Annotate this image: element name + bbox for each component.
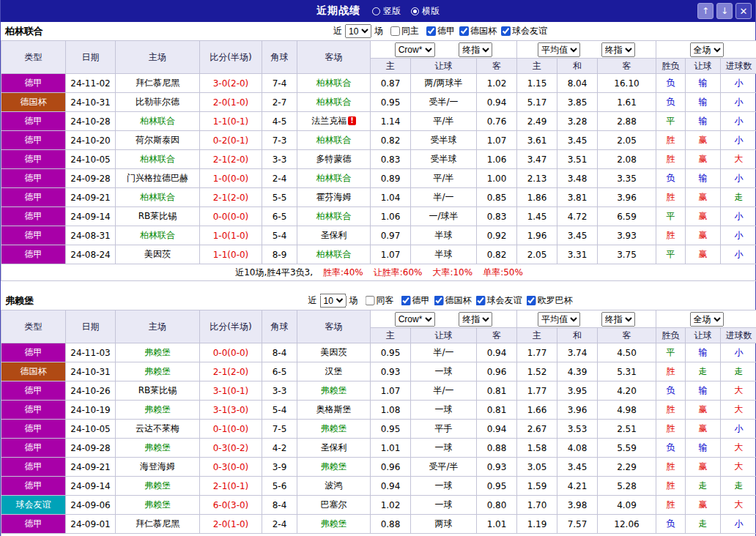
league-checkbox[interactable] — [501, 26, 511, 36]
home-team-cell: 柏林联合 — [116, 188, 200, 207]
euro-home-odds-cell: 1.15 — [517, 74, 557, 93]
scope-select-cell: 全场 — [656, 310, 756, 328]
handicap-result-cell: 赢 — [686, 226, 721, 245]
handicap-final-select[interactable]: 终指 — [459, 312, 492, 327]
league-cell: 德甲 — [1, 188, 66, 207]
away-team-cell: 柏林联合 — [297, 74, 371, 93]
filter-bar: 近 10 场 同客 德甲德国杯球会友谊欧罗巴杯 — [308, 294, 573, 308]
league-filter[interactable]: 德甲 — [422, 25, 455, 37]
match-count-select[interactable]: 10 — [320, 294, 346, 308]
score-cell: 1-1(0-0) — [200, 245, 262, 264]
league-checkbox[interactable] — [401, 296, 411, 305]
same-venue-checkbox[interactable] — [366, 296, 375, 305]
col-header-ah-line: 让球 — [411, 59, 477, 74]
euro-company-select[interactable]: 平均值 — [538, 42, 580, 57]
euro-home-odds-cell: 2.13 — [517, 169, 557, 188]
corner-cell: 2-4 — [262, 169, 297, 188]
view-mode-radio[interactable]: 竖版 — [372, 5, 401, 18]
league-filter[interactable]: 球会友谊 — [472, 294, 522, 307]
handicap-company-select[interactable]: Crow* — [395, 42, 435, 57]
home-team-cell: 弗赖堡 — [116, 439, 200, 458]
euro-home-odds-cell: 1.96 — [517, 226, 557, 245]
away-team-cell: 巴塞尔 — [297, 496, 371, 515]
date-cell: 24-08-24 — [66, 245, 116, 264]
euro-home-odds-cell: 5.17 — [517, 93, 557, 112]
euro-draw-odds-cell: 3.45 — [557, 458, 598, 477]
match-count-select[interactable]: 10 — [345, 24, 371, 38]
section-header: 柏林联合 近 10 场 同主 德甲德国杯球会友谊 — [1, 22, 755, 40]
move-up-button[interactable]: ↑ — [697, 3, 714, 19]
summary-stat: 大率:10% — [432, 267, 472, 278]
euro-home-odds-cell: 1.52 — [517, 362, 557, 381]
league-filter[interactable]: 德国杯 — [455, 25, 497, 37]
handicap-result-cell: 赢 — [686, 131, 721, 150]
league-checkbox[interactable] — [476, 296, 486, 305]
handicap-result-cell: 赢 — [686, 245, 721, 264]
date-cell: 24-10-26 — [66, 381, 116, 401]
home-team-cell: 弗赖堡 — [116, 496, 200, 515]
same-venue-checkbox[interactable] — [390, 26, 400, 36]
goals-result-cell: 大 — [721, 381, 756, 401]
league-cell: 德甲 — [1, 74, 66, 93]
same-venue-filter[interactable]: 同客 — [361, 294, 394, 307]
move-down-button[interactable]: ↓ — [716, 3, 733, 19]
handicap-final-select[interactable]: 终指 — [459, 42, 492, 57]
euro-away-odds-cell: 5.28 — [598, 477, 656, 496]
euro-away-odds-cell: 5.59 — [598, 439, 656, 458]
view-mode-label: 横版 — [422, 5, 440, 18]
league-filter[interactable]: 球会友谊 — [497, 25, 547, 37]
euro-home-odds-cell: 1.86 — [517, 188, 557, 207]
scope-select[interactable]: 全场 — [690, 42, 724, 57]
same-venue-filter[interactable]: 同主 — [386, 25, 419, 37]
score-cell: 2-1(2-0) — [200, 150, 262, 169]
handicap-home-odds-cell: 1.07 — [371, 245, 411, 264]
section-union-berlin: 柏林联合 近 10 场 同主 德甲德国杯球会友谊 类型 日期 主场 比分(半场)… — [1, 22, 755, 281]
league-cell: 德甲 — [1, 381, 66, 401]
handicap-home-odds-cell: 1.14 — [371, 112, 411, 131]
league-cell: 德甲 — [1, 245, 66, 264]
corner-cell: 5-5 — [262, 188, 297, 207]
date-cell: 24-10-19 — [66, 401, 116, 420]
handicap-select-cell: Crow* 终指 — [371, 41, 517, 59]
euro-away-odds-cell: 4.50 — [598, 343, 656, 362]
euro-company-select[interactable]: 平均值 — [538, 312, 580, 327]
league-checkbox[interactable] — [434, 296, 444, 305]
league-checkbox[interactable] — [459, 26, 469, 36]
euro-draw-odds-cell: 3.96 — [557, 401, 598, 420]
goals-result-cell: 小 — [721, 343, 756, 362]
league-filter[interactable]: 德甲 — [397, 294, 430, 307]
league-label: 德国杯 — [445, 294, 472, 307]
handicap-away-odds-cell: 0.93 — [477, 458, 517, 477]
scope-select[interactable]: 全场 — [690, 312, 724, 327]
close-button[interactable]: ✕ — [735, 3, 752, 19]
score-cell: 3-1(3-0) — [200, 401, 262, 420]
handicap-result-cell: 赢 — [686, 207, 721, 226]
handicap-result-cell: 输 — [686, 112, 721, 131]
league-cell: 德甲 — [1, 477, 66, 496]
handicap-home-odds-cell: 0.93 — [371, 362, 411, 381]
score-cell: 1-1(0-1) — [200, 112, 262, 131]
handicap-home-odds-cell: 0.95 — [371, 420, 411, 439]
euro-final-select[interactable]: 终指 — [601, 312, 635, 327]
date-cell: 24-08-31 — [66, 226, 116, 245]
col-header-eu-away: 客 — [598, 328, 656, 343]
handicap-company-select[interactable]: Crow* — [395, 312, 435, 327]
score-cell: 2-0(1-0) — [200, 515, 262, 534]
match-row: 德甲24-09-21柏林联合2-1(2-0)5-5霍芬海姆1.04半/一0.85… — [1, 188, 756, 207]
league-checkbox[interactable] — [527, 296, 536, 305]
euro-final-select[interactable]: 终指 — [601, 42, 635, 57]
home-team-cell: 海登海姆 — [116, 458, 200, 477]
col-header-home: 主场 — [116, 41, 200, 74]
euro-home-odds-cell: 2.49 — [517, 112, 557, 131]
league-checkbox[interactable] — [426, 26, 436, 36]
league-filter[interactable]: 德国杯 — [430, 294, 472, 307]
view-mode-radio[interactable]: 横版 — [411, 5, 440, 18]
euro-home-odds-cell: 3.47 — [517, 150, 557, 169]
handicap-line-cell: 半/一 — [411, 381, 477, 401]
match-row: 德甲24-11-02拜仁慕尼黑3-0(2-0)7-4柏林联合0.87两/两球半1… — [1, 74, 756, 93]
league-filter[interactable]: 欧罗巴杯 — [522, 294, 573, 307]
handicap-result-cell: 输 — [686, 93, 721, 112]
match-row: 德甲24-10-05云达不莱梅0-1(0-0)7-5弗赖堡0.95平手0.942… — [1, 420, 756, 439]
home-team-cell: 弗赖堡 — [116, 362, 200, 381]
goals-result-cell: 小 — [721, 226, 756, 245]
